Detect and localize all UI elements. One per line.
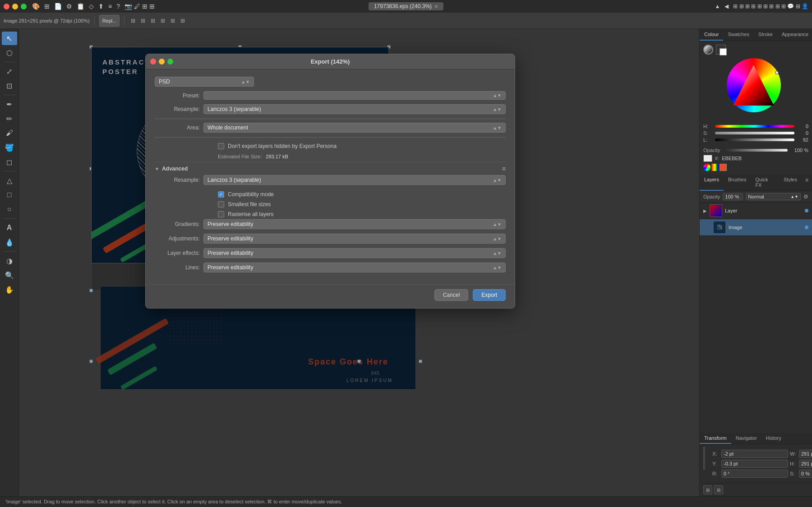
close-button[interactable]: [4, 4, 9, 9]
view-icon-4[interactable]: ⊞: [159, 18, 167, 24]
pen-tool[interactable]: ✒: [2, 97, 17, 111]
advanced-header[interactable]: ▼ Advanced ≡: [155, 162, 506, 175]
export-button[interactable]: Export: [473, 289, 506, 301]
color-mode-wheel[interactable]: [703, 164, 710, 171]
swatch-red[interactable]: [720, 164, 727, 171]
crop-tool[interactable]: ⊡: [2, 79, 17, 92]
layer-item-1[interactable]: Image: [700, 219, 812, 236]
adjustments-select[interactable]: Preserve editability ▲▼: [203, 234, 506, 244]
opacity-slider[interactable]: [725, 149, 788, 152]
shape-tool[interactable]: △: [2, 174, 17, 187]
view-icon-2[interactable]: ⊞: [139, 18, 147, 24]
smallest-checkbox[interactable]: [218, 201, 224, 207]
layer-item-0[interactable]: ▶ Layer: [700, 203, 812, 219]
select-tool[interactable]: ↖: [2, 32, 17, 45]
tab-transform[interactable]: Transform: [700, 433, 731, 444]
foreground-color[interactable]: [716, 45, 726, 55]
tab-brushes[interactable]: Brushes: [724, 175, 751, 191]
dialog-close[interactable]: [150, 59, 156, 65]
close-icon[interactable]: ✕: [434, 4, 438, 9]
transform-icon-2[interactable]: ⊞: [714, 485, 723, 494]
lum-slider[interactable]: [715, 138, 794, 141]
dialog-traffic-lights: [150, 59, 173, 65]
color-mode-spectrum[interactable]: [711, 164, 719, 171]
nav-icons: ⊞ ⊞ ⊞ ⊞ ⊞ ⊞ ⊞ ⊞ ⊞ 💬 ⊞ 👤: [733, 3, 808, 9]
node-tool[interactable]: ⬡: [2, 46, 17, 60]
x-input[interactable]: [721, 450, 788, 458]
tab-quickfx[interactable]: Quick FX: [751, 175, 779, 191]
h-label: H:: [790, 461, 797, 466]
area-select[interactable]: Whole document ▲▼: [203, 123, 506, 133]
nav-back[interactable]: ◀: [724, 3, 729, 9]
r-input[interactable]: [721, 470, 788, 478]
tab-colour[interactable]: Colour: [700, 29, 723, 41]
gradient-tool[interactable]: ◑: [2, 254, 17, 267]
sat-slider[interactable]: [715, 132, 794, 134]
transform-icon-1[interactable]: ⊞: [703, 485, 712, 494]
color-picker-handle[interactable]: [775, 71, 779, 74]
adv-resample-select[interactable]: Lanczos 3 (separable) ▲▼: [203, 175, 506, 185]
eyedropper-tool[interactable]: 💧: [2, 235, 17, 249]
layer-effects-select[interactable]: Preserve editability ▲▼: [203, 248, 506, 258]
opacity-val-l[interactable]: 100 %: [723, 193, 743, 200]
view-icon-5[interactable]: ⊞: [169, 18, 177, 24]
paint-tool[interactable]: 🪣: [2, 141, 17, 154]
transform-tool[interactable]: ⤢: [2, 65, 17, 78]
maximize-button[interactable]: [21, 4, 27, 9]
tab-navigator[interactable]: Navigator: [731, 433, 761, 444]
circle-tool[interactable]: ○: [2, 203, 17, 216]
rasterise-checkbox[interactable]: [218, 211, 224, 217]
eraser-tool[interactable]: ◻: [2, 155, 17, 169]
h-input[interactable]: [799, 460, 812, 468]
advanced-menu-icon[interactable]: ≡: [502, 165, 506, 172]
layer-effects-row: Layer effects: Preserve editability ▲▼: [155, 248, 506, 258]
dialog-maximize[interactable]: [167, 59, 173, 65]
layer-vis-0[interactable]: [805, 209, 808, 212]
repl-button[interactable]: Repl...: [99, 15, 120, 27]
background-color[interactable]: [720, 48, 727, 55]
tab-history[interactable]: History: [761, 433, 786, 444]
tool-sep-4: [3, 218, 16, 219]
color-mode-icon[interactable]: [703, 45, 713, 55]
tab-appearance[interactable]: Appearance: [777, 29, 812, 41]
layers-menu-icon[interactable]: ≡: [802, 175, 812, 191]
x-field: X:: [712, 450, 788, 458]
s-input[interactable]: [799, 470, 812, 478]
w-input[interactable]: [799, 450, 812, 458]
minimize-button[interactable]: [12, 4, 18, 9]
tab-styles[interactable]: Styles: [779, 175, 802, 191]
dialog-minimize[interactable]: [159, 59, 165, 65]
pencil-tool[interactable]: ✏: [2, 112, 17, 125]
dont-export-checkbox[interactable]: [218, 143, 224, 149]
tab-swatches[interactable]: Swatches: [723, 29, 754, 41]
view-tool[interactable]: 🔍: [2, 268, 17, 282]
view-icon-1[interactable]: ⊞: [129, 18, 137, 24]
brush-tool[interactable]: 🖌: [2, 126, 17, 140]
lines-select[interactable]: Preserve editability ▲▼: [203, 263, 506, 272]
layers-gear-icon[interactable]: ⚙: [803, 194, 808, 200]
view-icon-6[interactable]: ⊞: [179, 18, 187, 24]
canvas-area[interactable]: ABSTRACT POSTER: [19, 29, 699, 496]
status-bar: 'Image' selected. Drag to move selection…: [0, 496, 812, 507]
tab-stroke[interactable]: Stroke: [754, 29, 777, 41]
compat-checkbox[interactable]: ✓: [218, 191, 224, 198]
hex-val[interactable]: EBEBEB: [722, 156, 742, 161]
cancel-button[interactable]: Cancel: [434, 289, 468, 301]
transform-body: X: W: Y: H:: [700, 444, 812, 483]
rect-tool[interactable]: □: [2, 188, 17, 202]
preset-select[interactable]: ▲▼: [203, 91, 506, 100]
view-icon-3[interactable]: ⊞: [149, 18, 157, 24]
color-wheel[interactable]: [727, 58, 781, 112]
resample-select[interactable]: Lanczos 3 (separable) ▲▼: [203, 104, 506, 114]
blend-mode-select[interactable]: Normal ▲▼: [746, 193, 801, 200]
gradients-select[interactable]: Preserve editability ▲▼: [203, 219, 506, 229]
hue-slider[interactable]: [715, 125, 794, 128]
text-tool[interactable]: A: [2, 221, 17, 235]
y-input[interactable]: [721, 460, 788, 468]
format-select[interactable]: PSD ▲▼: [155, 77, 254, 87]
color-triangle[interactable]: [734, 65, 774, 106]
tab-layers[interactable]: Layers: [700, 175, 724, 191]
hand-tool[interactable]: ✋: [2, 283, 17, 296]
layer-thumb-0: [710, 204, 722, 217]
layer-vis-1[interactable]: [805, 226, 808, 229]
